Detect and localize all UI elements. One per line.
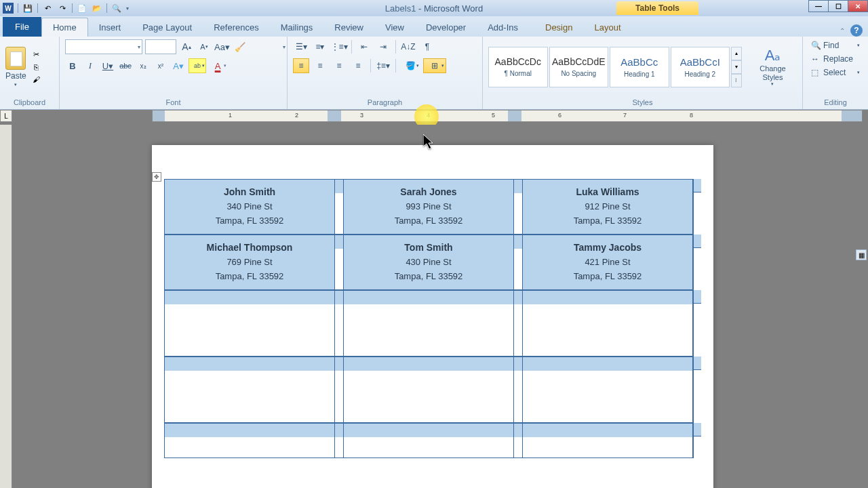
italic-button[interactable]: I — [83, 58, 98, 73]
bullets-icon[interactable]: ☰▾ — [293, 39, 309, 54]
style-heading-2[interactable]: AaBbCcI Heading 2 — [671, 47, 730, 87]
style-no-spacing[interactable]: AaBbCcDdE No Spacing — [549, 47, 609, 87]
label-cell[interactable]: John Smith 340 Pine St Tampa, FL 33592 — [164, 179, 335, 235]
justify-button[interactable]: ≡ — [350, 58, 366, 73]
styles-more-icon[interactable]: ⁝ — [731, 74, 742, 87]
label-cell[interactable] — [522, 357, 693, 423]
tab-developer[interactable]: Developer — [415, 18, 477, 37]
horizontal-ruler[interactable]: 1 2 3 4 5 6 7 8 — [152, 110, 863, 122]
close-button[interactable]: ✕ — [848, 0, 868, 12]
sort-icon[interactable]: A↓Z — [400, 39, 416, 54]
collapse-ribbon-icon[interactable]: ⌃ — [840, 27, 845, 35]
style-heading-1[interactable]: AaBbCc Heading 1 — [610, 47, 669, 87]
bold-button[interactable]: B — [65, 58, 80, 73]
change-styles-button[interactable]: Aₐ Change Styles ▾ — [749, 47, 797, 86]
label-cell[interactable] — [522, 423, 693, 458]
save-icon[interactable]: 💾 — [22, 3, 33, 14]
tab-view[interactable]: View — [374, 18, 415, 37]
maximize-button[interactable]: ☐ — [828, 0, 848, 12]
grow-font-icon[interactable]: A▴ — [179, 39, 194, 54]
undo-icon[interactable]: ↶ — [42, 3, 53, 14]
table-move-handle[interactable]: ✥ — [152, 172, 161, 182]
label-cell[interactable]: Sarah Jones 993 Pine St Tampa, FL 33592 — [343, 179, 514, 235]
show-marks-icon[interactable]: ¶ — [419, 39, 435, 54]
tab-references[interactable]: References — [203, 18, 269, 37]
tab-design[interactable]: Design — [534, 18, 583, 37]
label-cell[interactable] — [164, 423, 335, 458]
strikethrough-button[interactable]: abc — [118, 58, 133, 73]
qat-dropdown-icon[interactable]: ▾ — [126, 5, 132, 12]
styles-scroll-up-icon[interactable]: ▴ — [731, 47, 742, 60]
tab-review[interactable]: Review — [323, 18, 374, 37]
help-icon[interactable]: ? — [850, 24, 863, 37]
table-row — [164, 357, 701, 423]
cut-icon[interactable]: ✂ — [31, 49, 43, 60]
label-cell[interactable]: Luka Williams 912 Pine St Tampa, FL 3359… — [522, 179, 693, 235]
decrease-indent-icon[interactable]: ⇤ — [356, 39, 372, 54]
table-row — [164, 290, 701, 357]
text-effects-icon[interactable]: A▾ — [171, 58, 186, 73]
shading-button[interactable]: 🪣 — [400, 58, 420, 73]
tab-file[interactable]: File — [3, 17, 41, 37]
tab-insert[interactable]: Insert — [88, 18, 132, 37]
style-normal[interactable]: AaBbCcDc ¶ Normal — [488, 47, 548, 87]
align-left-button[interactable]: ≡ — [293, 58, 309, 73]
clear-formatting-icon[interactable]: 🧹 — [233, 39, 248, 54]
increase-indent-icon[interactable]: ⇥ — [375, 39, 391, 54]
group-label: Clipboard — [0, 97, 59, 109]
window-title: Labels1 - Microsoft Word — [385, 3, 483, 14]
quick-access-toolbar: W 💾 ↶ ↷ 📄 📂 🔍 ▾ — [0, 3, 132, 14]
find-button[interactable]: 🔍 Find▾ — [808, 39, 863, 52]
preview-icon[interactable]: 🔍 — [111, 3, 122, 14]
find-icon: 🔍 — [811, 41, 821, 50]
label-cell[interactable] — [343, 357, 514, 423]
paste-button[interactable]: Paste ▾ — [5, 47, 26, 87]
multilevel-icon[interactable]: ⋮≡▾ — [331, 39, 347, 54]
page[interactable]: ✥ John Smith 340 Pine St Tampa, FL 33592… — [152, 145, 713, 488]
line-spacing-icon[interactable]: ‡≡▾ — [375, 58, 391, 73]
open-icon[interactable]: 📂 — [92, 3, 102, 14]
select-icon: ⬚ — [811, 68, 821, 77]
align-right-button[interactable]: ≡ — [331, 58, 347, 73]
labels-table[interactable]: John Smith 340 Pine St Tampa, FL 33592 S… — [164, 179, 701, 458]
tab-layout[interactable]: Layout — [583, 18, 631, 37]
label-cell[interactable] — [343, 290, 514, 357]
table-row: John Smith 340 Pine St Tampa, FL 33592 S… — [164, 179, 701, 235]
label-cell[interactable]: Michael Thompson 769 Pine St Tampa, FL 3… — [164, 235, 335, 290]
align-center-button[interactable]: ≡ — [312, 58, 328, 73]
tab-mailings[interactable]: Mailings — [270, 18, 324, 37]
label-cell[interactable] — [522, 290, 693, 357]
underline-button[interactable]: U▾ — [100, 58, 115, 73]
superscript-button[interactable]: x² — [153, 58, 168, 73]
label-cell[interactable] — [164, 357, 335, 423]
styles-scroll-down-icon[interactable]: ▾ — [731, 60, 742, 74]
minimize-button[interactable]: — — [808, 0, 829, 12]
subscript-button[interactable]: x₂ — [136, 58, 151, 73]
label-cell[interactable]: Tammy Jacobs 421 Pine St Tampa, FL 33592 — [522, 235, 693, 290]
tab-addins[interactable]: Add-Ins — [477, 18, 529, 37]
copy-icon[interactable]: ⎘ — [31, 62, 43, 73]
change-case-icon[interactable]: Aa▾ — [214, 39, 230, 54]
highlight-button[interactable]: ab — [189, 58, 206, 73]
shrink-font-icon[interactable]: A▾ — [197, 39, 212, 54]
format-painter-icon[interactable]: 🖌 — [31, 74, 43, 85]
font-name-combo[interactable]: ▾ — [65, 39, 142, 54]
new-icon[interactable]: 📄 — [77, 3, 87, 14]
contextual-tab-title: Table Tools — [616, 1, 698, 15]
group-editing: 🔍 Find▾ ↔ Replace ⬚ Select▾ Editing — [803, 37, 868, 109]
tab-selector[interactable]: L — [0, 110, 12, 122]
replace-button[interactable]: ↔ Replace — [808, 53, 863, 65]
label-cell[interactable] — [343, 423, 514, 458]
redo-icon[interactable]: ↷ — [57, 3, 68, 14]
label-cell[interactable]: Tom Smith 430 Pine St Tampa, FL 33592 — [343, 235, 514, 290]
tab-page-layout[interactable]: Page Layout — [132, 18, 203, 37]
borders-button[interactable]: ⊞ — [423, 58, 446, 73]
vertical-ruler[interactable] — [0, 125, 12, 488]
select-button[interactable]: ⬚ Select▾ — [808, 66, 863, 79]
font-color-button[interactable]: A — [209, 58, 226, 73]
tab-home[interactable]: Home — [41, 18, 88, 37]
label-cell[interactable] — [164, 290, 335, 357]
font-size-combo[interactable]: ▾ — [145, 39, 176, 54]
numbering-icon[interactable]: ≡▾ — [312, 39, 328, 54]
ruler-toggle-icon[interactable]: ▦ — [856, 249, 867, 260]
